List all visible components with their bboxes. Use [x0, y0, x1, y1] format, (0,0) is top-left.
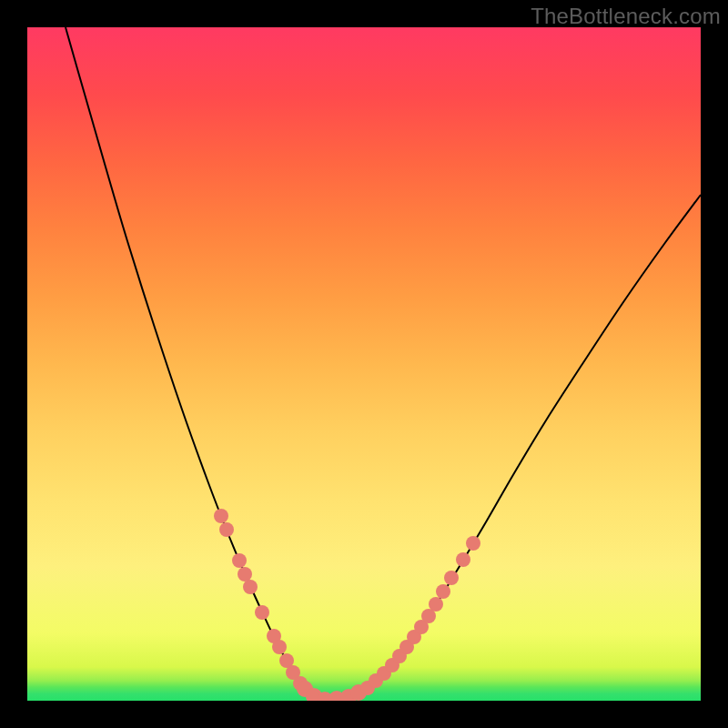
- bead-marker: [238, 567, 252, 581]
- watermark-text: TheBottleneck.com: [531, 4, 721, 29]
- bead-marker: [232, 553, 247, 568]
- plot-area: [27, 27, 701, 701]
- bead-marker: [255, 605, 269, 620]
- bead-marker: [466, 536, 480, 551]
- bead-marker: [456, 552, 470, 567]
- bead-marker: [444, 571, 459, 585]
- curve-left: [66, 27, 328, 700]
- bead-marker: [214, 509, 228, 523]
- chart-frame: TheBottleneck.com: [0, 0, 728, 728]
- curve-right: [328, 195, 701, 700]
- bead-marker: [436, 584, 450, 599]
- bead-marker: [429, 597, 443, 612]
- bead-marker: [272, 640, 287, 654]
- chart-svg: [27, 27, 701, 701]
- beads-group: [214, 509, 480, 701]
- bead-marker: [219, 522, 234, 537]
- bead-marker: [243, 580, 258, 594]
